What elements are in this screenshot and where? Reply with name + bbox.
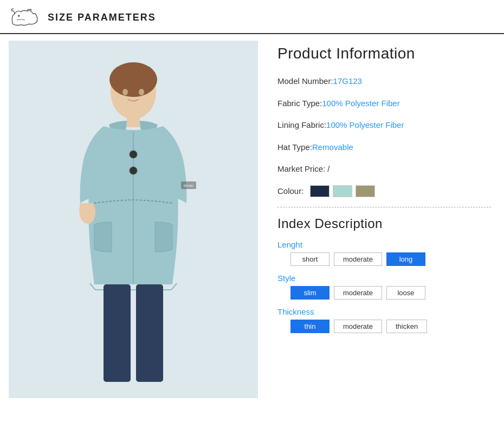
- thickness-options: thin moderate thicken: [277, 320, 491, 333]
- model-number-value: 17G123: [333, 76, 362, 86]
- lenght-long-btn[interactable]: long: [386, 252, 425, 266]
- colour-swatches: [310, 185, 375, 197]
- header: SIZE PARAMETERS: [0, 0, 504, 34]
- hat-value: Removable: [312, 142, 353, 152]
- style-moderate-btn[interactable]: moderate: [334, 286, 382, 300]
- swatch-navy[interactable]: [310, 185, 329, 197]
- index-title: Index Description: [277, 216, 491, 231]
- market-value: /: [327, 164, 329, 173]
- svg-point-4: [122, 89, 128, 95]
- svg-point-8: [130, 151, 137, 158]
- style-options: slim moderate loose: [277, 286, 491, 300]
- brand-logo: [9, 7, 41, 29]
- lenght-label: Lenght: [277, 240, 491, 249]
- svg-rect-11: [136, 284, 163, 382]
- colour-label: Colour:: [277, 186, 303, 196]
- product-image: BRAND: [9, 41, 258, 398]
- hat-label: Hat Type:: [277, 142, 312, 152]
- thickness-thin-btn[interactable]: thin: [290, 320, 329, 333]
- style-label: Style: [277, 274, 491, 283]
- colour-row: Colour:: [277, 185, 491, 197]
- thickness-label: Thickness: [277, 307, 491, 316]
- thickness-moderate-btn[interactable]: moderate: [334, 320, 382, 333]
- style-loose-btn[interactable]: loose: [386, 286, 425, 300]
- lenght-moderate-btn[interactable]: moderate: [334, 252, 382, 266]
- style-section: Style slim moderate loose: [277, 274, 491, 300]
- swatch-teal[interactable]: [333, 185, 352, 197]
- lining-fabric-row: Lining Fabric:100% Polyester Fiber: [277, 119, 491, 132]
- market-label: Market Price:: [277, 164, 325, 173]
- lenght-section: Lenght short moderate long: [277, 240, 491, 266]
- fabric-type-row: Fabric Type:100% Polyester Fiber: [277, 98, 491, 110]
- page-title: SIZE PARAMETERS: [48, 12, 156, 23]
- lenght-short-btn[interactable]: short: [290, 252, 329, 266]
- product-title: Product Information: [277, 45, 491, 62]
- market-price-row: Market Price:/: [277, 163, 491, 176]
- lenght-options: short moderate long: [277, 252, 491, 266]
- svg-rect-10: [104, 284, 131, 382]
- section-divider: [277, 207, 491, 207]
- style-slim-btn[interactable]: slim: [290, 286, 329, 300]
- fabric-value: 100% Polyester Fiber: [322, 99, 399, 108]
- model-number-label: Model Number:: [277, 76, 333, 86]
- svg-point-5: [139, 89, 144, 95]
- svg-point-9: [130, 167, 137, 174]
- fabric-label: Fabric Type:: [277, 99, 322, 108]
- lining-label: Lining Fabric:: [277, 120, 326, 129]
- info-panel: Product Information Model Number:17G123 …: [271, 41, 495, 398]
- model-number-row: Model Number:17G123: [277, 75, 491, 88]
- swatch-khaki[interactable]: [356, 185, 375, 197]
- product-image-container: BRAND: [9, 41, 258, 398]
- thickness-section: Thickness thin moderate thicken: [277, 307, 491, 333]
- thickness-thicken-btn[interactable]: thicken: [386, 320, 427, 333]
- svg-text:BRAND: BRAND: [184, 184, 193, 187]
- hat-type-row: Hat Type:Removable: [277, 141, 491, 154]
- svg-point-0: [18, 15, 20, 16]
- svg-rect-6: [127, 115, 140, 127]
- lining-value: 100% Polyester Fiber: [326, 120, 404, 129]
- main-content: BRAND Product Information Model Number:1…: [0, 34, 504, 405]
